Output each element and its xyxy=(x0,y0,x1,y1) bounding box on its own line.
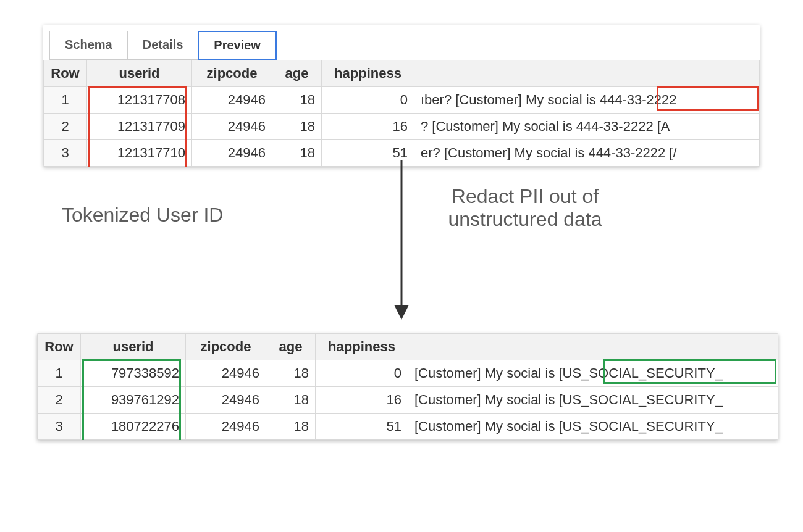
cell-row: 1 xyxy=(38,360,81,387)
cell-zipcode: 24946 xyxy=(186,414,266,440)
caption-tokenized: Tokenized User ID xyxy=(62,204,223,227)
cell-text: [Customer] My social is [US_SOCIAL_SECUR… xyxy=(408,387,778,414)
cell-userid: 121317709 xyxy=(87,114,192,140)
col-header-userid: userid xyxy=(81,334,186,360)
cell-row: 2 xyxy=(44,114,87,140)
col-header-zipcode: zipcode xyxy=(192,60,272,87)
cell-zipcode: 24946 xyxy=(192,87,272,114)
cell-text: ? [Customer] My social is 444-33-2222 [A xyxy=(414,114,760,140)
table-row: 1 121317708 24946 18 0 ıber? [Customer] … xyxy=(44,87,760,114)
cell-userid: 797338592 xyxy=(81,360,186,387)
table-row: 2 939761292 24946 18 16 [Customer] My so… xyxy=(38,387,778,414)
cell-age: 18 xyxy=(266,414,316,440)
cell-zipcode: 24946 xyxy=(186,360,266,387)
cell-row: 3 xyxy=(44,140,87,167)
col-header-row: Row xyxy=(44,60,87,87)
table-row: 2 121317709 24946 18 16 ? [Customer] My … xyxy=(44,114,760,140)
table-row: 1 797338592 24946 18 0 [Customer] My soc… xyxy=(38,360,778,387)
cell-happiness: 51 xyxy=(316,414,408,440)
cell-age: 18 xyxy=(272,140,322,167)
tab-details[interactable]: Details xyxy=(127,31,199,60)
col-header-age: age xyxy=(272,60,322,87)
col-header-happiness: happiness xyxy=(322,60,414,87)
tab-preview[interactable]: Preview xyxy=(198,31,277,60)
diagram-middle: Tokenized User ID Redact PII out of unst… xyxy=(37,185,766,296)
cell-userid: 121317710 xyxy=(87,140,192,167)
col-header-userid: userid xyxy=(87,60,192,87)
cell-text: er? [Customer] My social is 444-33-2222 … xyxy=(414,140,760,167)
cell-zipcode: 24946 xyxy=(192,114,272,140)
table-header-row: Row userid zipcode age happiness xyxy=(44,60,760,87)
arrow-down-icon xyxy=(389,160,414,321)
col-header-row: Row xyxy=(38,334,81,360)
cell-happiness: 0 xyxy=(322,87,414,114)
col-header-age: age xyxy=(266,334,316,360)
col-header-happiness: happiness xyxy=(316,334,408,360)
before-panel: Schema Details Preview Row userid zipcod… xyxy=(43,25,760,167)
cell-text: [Customer] My social is [US_SOCIAL_SECUR… xyxy=(408,414,778,440)
col-header-text xyxy=(414,60,760,87)
cell-userid: 939761292 xyxy=(81,387,186,414)
tab-bar: Schema Details Preview xyxy=(43,25,760,60)
after-panel: Row userid zipcode age happiness 1 79733… xyxy=(37,333,778,440)
cell-age: 18 xyxy=(272,114,322,140)
caption-redact: Redact PII out of unstructured data xyxy=(414,185,636,231)
col-header-zipcode: zipcode xyxy=(186,334,266,360)
cell-row: 2 xyxy=(38,387,81,414)
before-table: Row userid zipcode age happiness 1 12131… xyxy=(43,60,760,167)
cell-row: 3 xyxy=(38,414,81,440)
svg-marker-1 xyxy=(394,305,409,320)
table-header-row: Row userid zipcode age happiness xyxy=(38,334,778,360)
cell-age: 18 xyxy=(272,87,322,114)
cell-age: 18 xyxy=(266,387,316,414)
cell-age: 18 xyxy=(266,360,316,387)
col-header-text xyxy=(408,334,778,360)
cell-userid: 180722276 xyxy=(81,414,186,440)
cell-happiness: 16 xyxy=(316,387,408,414)
cell-text: [Customer] My social is [US_SOCIAL_SECUR… xyxy=(408,360,778,387)
after-table: Row userid zipcode age happiness 1 79733… xyxy=(37,333,778,440)
cell-zipcode: 24946 xyxy=(186,387,266,414)
table-row: 3 180722276 24946 18 51 [Customer] My so… xyxy=(38,414,778,440)
cell-zipcode: 24946 xyxy=(192,140,272,167)
cell-happiness: 0 xyxy=(316,360,408,387)
cell-text: ıber? [Customer] My social is 444-33-222… xyxy=(414,87,760,114)
tab-schema[interactable]: Schema xyxy=(49,31,128,60)
cell-happiness: 16 xyxy=(322,114,414,140)
cell-userid: 121317708 xyxy=(87,87,192,114)
cell-row: 1 xyxy=(44,87,87,114)
